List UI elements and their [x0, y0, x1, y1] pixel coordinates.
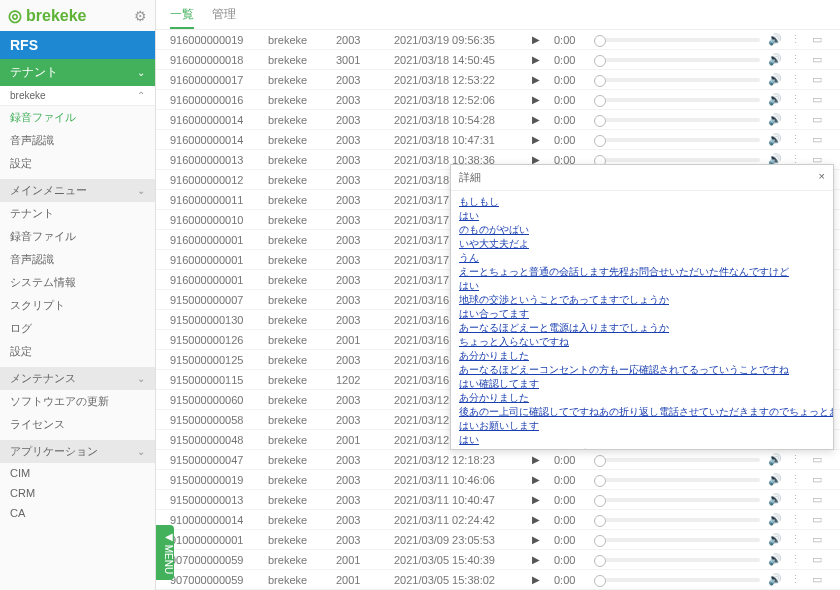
play-icon[interactable]: ▶: [532, 494, 546, 505]
more-icon[interactable]: ⋮: [790, 73, 804, 86]
tenant-selected[interactable]: brekeke ⌃: [0, 86, 155, 106]
play-icon[interactable]: ▶: [532, 554, 546, 565]
menu-side-tab[interactable]: ◀ MENU: [156, 525, 174, 580]
volume-icon[interactable]: 🔊: [768, 33, 782, 46]
sidebar-item[interactable]: CA: [0, 503, 155, 523]
volume-icon[interactable]: 🔊: [768, 93, 782, 106]
tenant-header[interactable]: テナント ⌄: [0, 59, 155, 86]
tab[interactable]: 管理: [212, 6, 236, 23]
more-icon[interactable]: ⋮: [790, 33, 804, 46]
play-icon[interactable]: ▶: [532, 114, 546, 125]
volume-icon[interactable]: 🔊: [768, 113, 782, 126]
table-row[interactable]: 910000000014brekeke20032021/03/11 02:24:…: [156, 510, 840, 530]
comment-icon[interactable]: ▭: [812, 553, 826, 566]
table-row[interactable]: 916000000014brekeke20032021/03/18 10:54:…: [156, 110, 840, 130]
play-icon[interactable]: ▶: [532, 54, 546, 65]
progress-bar[interactable]: [594, 98, 760, 102]
volume-icon[interactable]: 🔊: [768, 73, 782, 86]
table-row[interactable]: 915000000019brekeke20032021/03/11 10:46:…: [156, 470, 840, 490]
more-icon[interactable]: ⋮: [790, 553, 804, 566]
play-icon[interactable]: ▶: [532, 74, 546, 85]
play-icon[interactable]: ▶: [532, 454, 546, 465]
comment-icon[interactable]: ▭: [812, 133, 826, 146]
volume-icon[interactable]: 🔊: [768, 53, 782, 66]
volume-icon[interactable]: 🔊: [768, 553, 782, 566]
table-row[interactable]: 916000000019brekeke20032021/03/19 09:56:…: [156, 30, 840, 50]
sidebar-item[interactable]: 設定: [0, 152, 155, 175]
more-icon[interactable]: ⋮: [790, 533, 804, 546]
table-row[interactable]: 915000000013brekeke20032021/03/11 10:40:…: [156, 490, 840, 510]
more-icon[interactable]: ⋮: [790, 473, 804, 486]
table-row[interactable]: 916000000018brekeke30012021/03/18 14:50:…: [156, 50, 840, 70]
comment-icon[interactable]: ▭: [812, 493, 826, 506]
sidebar-item[interactable]: システム情報: [0, 271, 155, 294]
progress-bar[interactable]: [594, 78, 760, 82]
progress-bar[interactable]: [594, 118, 760, 122]
progress-bar[interactable]: [594, 578, 760, 582]
progress-bar[interactable]: [594, 38, 760, 42]
comment-icon[interactable]: ▭: [812, 33, 826, 46]
progress-bar[interactable]: [594, 58, 760, 62]
sidebar-item[interactable]: ソフトウエアの更新: [0, 390, 155, 413]
progress-bar[interactable]: [594, 498, 760, 502]
table-row[interactable]: 916000000014brekeke20032021/03/18 10:47:…: [156, 130, 840, 150]
volume-icon[interactable]: 🔊: [768, 453, 782, 466]
sidebar-item[interactable]: ライセンス: [0, 413, 155, 436]
sidebar-item[interactable]: 録音ファイル: [0, 106, 155, 129]
progress-bar[interactable]: [594, 518, 760, 522]
sidebar-item[interactable]: スクリプト: [0, 294, 155, 317]
comment-icon[interactable]: ▭: [812, 453, 826, 466]
sidebar-item[interactable]: CRM: [0, 483, 155, 503]
volume-icon[interactable]: 🔊: [768, 573, 782, 586]
volume-icon[interactable]: 🔊: [768, 533, 782, 546]
sidebar-item[interactable]: 音声認識: [0, 248, 155, 271]
comment-icon[interactable]: ▭: [812, 113, 826, 126]
progress-bar[interactable]: [594, 538, 760, 542]
table-row[interactable]: 907000000059brekeke20012021/03/05 15:38:…: [156, 570, 840, 590]
sidebar-item[interactable]: ログ: [0, 317, 155, 340]
more-icon[interactable]: ⋮: [790, 493, 804, 506]
play-icon[interactable]: ▶: [532, 474, 546, 485]
table-row[interactable]: 910000000001brekeke20032021/03/09 23:05:…: [156, 530, 840, 550]
volume-icon[interactable]: 🔊: [768, 513, 782, 526]
more-icon[interactable]: ⋮: [790, 133, 804, 146]
close-icon[interactable]: ×: [819, 170, 825, 185]
sidebar-item[interactable]: 音声認識: [0, 129, 155, 152]
volume-icon[interactable]: 🔊: [768, 473, 782, 486]
sidebar-item[interactable]: 設定: [0, 340, 155, 363]
play-icon[interactable]: ▶: [532, 94, 546, 105]
volume-icon[interactable]: 🔊: [768, 133, 782, 146]
more-icon[interactable]: ⋮: [790, 573, 804, 586]
comment-icon[interactable]: ▭: [812, 473, 826, 486]
progress-bar[interactable]: [594, 478, 760, 482]
sidebar-section[interactable]: メンテナンス⌄: [0, 367, 155, 390]
comment-icon[interactable]: ▭: [812, 573, 826, 586]
table-row[interactable]: 907000000059brekeke20012021/03/05 15:40:…: [156, 550, 840, 570]
play-icon[interactable]: ▶: [532, 134, 546, 145]
play-icon[interactable]: ▶: [532, 514, 546, 525]
more-icon[interactable]: ⋮: [790, 53, 804, 66]
progress-bar[interactable]: [594, 138, 760, 142]
progress-bar[interactable]: [594, 458, 760, 462]
comment-icon[interactable]: ▭: [812, 73, 826, 86]
sidebar-section[interactable]: アプリケーション⌄: [0, 440, 155, 463]
more-icon[interactable]: ⋮: [790, 93, 804, 106]
play-icon[interactable]: ▶: [532, 34, 546, 45]
comment-icon[interactable]: ▭: [812, 513, 826, 526]
progress-bar[interactable]: [594, 558, 760, 562]
more-icon[interactable]: ⋮: [790, 453, 804, 466]
more-icon[interactable]: ⋮: [790, 113, 804, 126]
sidebar-item[interactable]: テナント: [0, 202, 155, 225]
play-icon[interactable]: ▶: [532, 534, 546, 545]
table-row[interactable]: 915000000047brekeke20032021/03/12 12:18:…: [156, 450, 840, 470]
more-icon[interactable]: ⋮: [790, 513, 804, 526]
comment-icon[interactable]: ▭: [812, 93, 826, 106]
table-row[interactable]: 916000000016brekeke20032021/03/18 12:52:…: [156, 90, 840, 110]
table-row[interactable]: 916000000017brekeke20032021/03/18 12:53:…: [156, 70, 840, 90]
sidebar-item[interactable]: 録音ファイル: [0, 225, 155, 248]
tab[interactable]: 一覧: [170, 6, 194, 23]
volume-icon[interactable]: 🔊: [768, 493, 782, 506]
gear-icon[interactable]: ⚙: [134, 8, 147, 24]
sidebar-section[interactable]: メインメニュー⌄: [0, 179, 155, 202]
comment-icon[interactable]: ▭: [812, 533, 826, 546]
